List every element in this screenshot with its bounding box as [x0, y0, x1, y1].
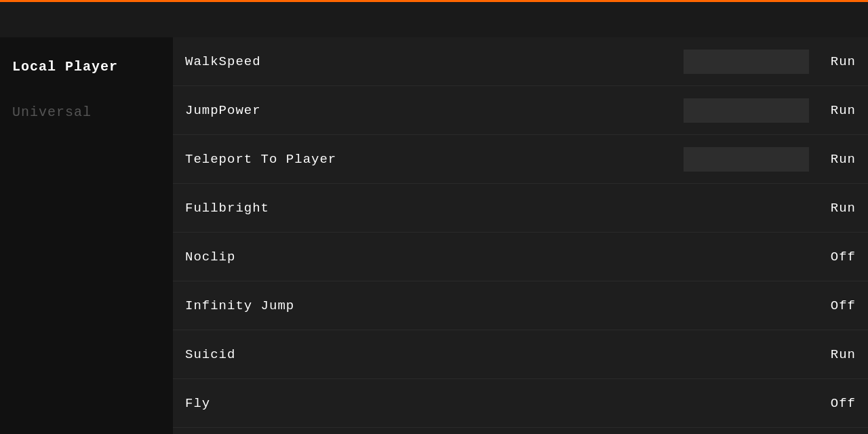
feature-name-jumppower: JumpPower: [185, 103, 684, 118]
feature-name-fly: Fly: [185, 396, 818, 411]
feature-row-fullbright: FullbrightRun: [173, 184, 868, 233]
feature-name-walkspeed: WalkSpeed: [185, 54, 684, 69]
feature-action-fly[interactable]: Off: [818, 396, 856, 411]
feature-action-teleport-to-player[interactable]: Run: [818, 152, 856, 167]
feature-input-teleport-to-player[interactable]: [684, 147, 809, 172]
titlebar: [0, 0, 868, 37]
sidebar-item-local-player[interactable]: Local Player: [0, 44, 173, 90]
feature-action-jumppower[interactable]: Run: [818, 103, 856, 118]
feature-name-noclip: Noclip: [185, 250, 818, 264]
feature-action-fullbright[interactable]: Run: [818, 201, 856, 216]
feature-action-suicid[interactable]: Run: [818, 347, 856, 362]
feature-row-teleport-to-player: Teleport To PlayerRun: [173, 135, 868, 184]
feature-name-infinity-jump: Infinity Jump: [185, 298, 818, 313]
sidebar-item-universal[interactable]: Universal: [0, 90, 173, 135]
feature-name-suicid: Suicid: [185, 347, 818, 362]
main-content: Local PlayerUniversal WalkSpeedRunJumpPo…: [0, 37, 868, 434]
feature-name-teleport-to-player: Teleport To Player: [185, 152, 684, 167]
sidebar: Local PlayerUniversal: [0, 37, 173, 434]
feature-row-noclip: NoclipOff: [173, 233, 868, 281]
feature-action-walkspeed[interactable]: Run: [818, 54, 856, 69]
feature-row-fly: FlyOff: [173, 379, 868, 428]
feature-action-infinity-jump[interactable]: Off: [818, 298, 856, 313]
feature-row-infinity-jump: Infinity JumpOff: [173, 281, 868, 330]
feature-action-noclip[interactable]: Off: [818, 250, 856, 264]
feature-input-walkspeed[interactable]: [684, 50, 809, 74]
feature-input-jumppower[interactable]: [684, 98, 809, 123]
feature-row-walkspeed: WalkSpeedRun: [173, 37, 868, 86]
feature-row-suicid: SuicidRun: [173, 330, 868, 379]
feature-row-jumppower: JumpPowerRun: [173, 86, 868, 135]
feature-name-fullbright: Fullbright: [185, 201, 818, 216]
window: Local PlayerUniversal WalkSpeedRunJumpPo…: [0, 0, 868, 434]
feature-list: WalkSpeedRunJumpPowerRunTeleport To Play…: [173, 37, 868, 434]
